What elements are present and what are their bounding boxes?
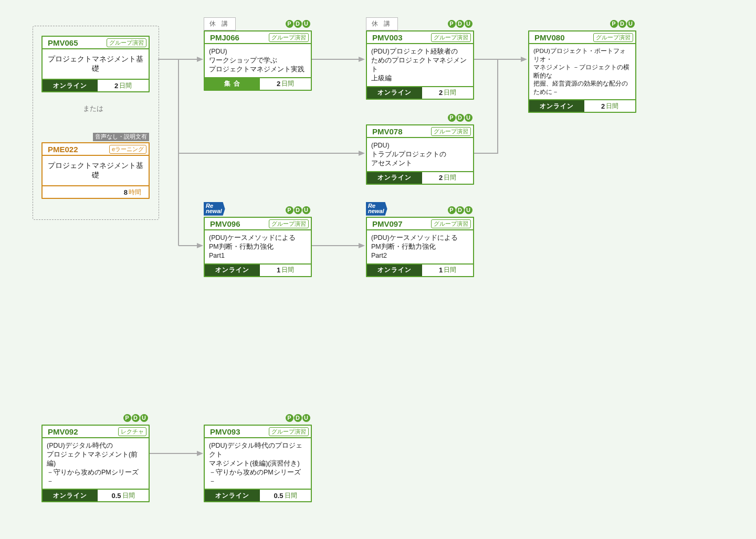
course-title: (PDU)ケースメソッドによる PM判断・行動力強化 Part1: [205, 230, 311, 263]
card-pmv092[interactable]: PMV092レクチャ (PDU)デジタル時代の プロジェクトマネジメント(前編)…: [41, 425, 150, 502]
delivery-mode: オンライン: [205, 490, 260, 501]
course-title: (PDU) トラブルプロジェクトの アセスメント: [367, 138, 473, 171]
delivery-mode: 集 合: [205, 78, 260, 90]
note-audio: 音声なし・説明文有: [93, 133, 149, 141]
pdu-badge: PDU: [285, 19, 310, 28]
course-type-tag: レクチャ: [118, 427, 146, 436]
course-type-tag: グループ演習: [593, 33, 633, 42]
course-code: PMV003: [372, 33, 409, 42]
pdu-badge: PDU: [285, 205, 310, 214]
badge-renewal: Renewal: [206, 204, 222, 214]
course-code: PMV092: [48, 427, 85, 436]
course-code: PME022: [48, 145, 85, 154]
course-type-tag: グループ演習: [107, 38, 146, 47]
duration: 2日間: [260, 78, 311, 90]
card-pmv078[interactable]: PMV078グループ演習 (PDU) トラブルプロジェクトの アセスメント オン…: [366, 124, 474, 185]
course-type-tag: グループ演習: [269, 33, 309, 42]
delivery-mode: オンライン: [205, 265, 260, 276]
course-title: (PDU) ワークショップで学ぶ プロジェクトマネジメント実践: [205, 44, 311, 77]
course-title: プロジェクトマネジメント基礎: [43, 49, 149, 79]
course-type-tag: グループ演習: [431, 127, 471, 136]
duration: 2日間: [422, 172, 473, 184]
course-type-tag: グループ演習: [431, 219, 471, 228]
course-title: (PDU)プロジェクト・ポートフォリオ・ マネジメント －プロジェクトの横断的な…: [529, 44, 635, 99]
duration: 1日間: [422, 265, 473, 276]
delivery-mode: オンライン: [367, 265, 422, 276]
pdu-badge: PDU: [447, 113, 472, 122]
course-code: PMJ066: [210, 33, 247, 42]
card-pmv065[interactable]: PMV065グループ演習 プロジェクトマネジメント基礎 オンライン2日間: [41, 36, 150, 92]
pdu-badge: PDU: [447, 19, 472, 28]
course-title: プロジェクトマネジメント基礎: [43, 156, 149, 185]
course-type-tag: eラーニング: [109, 145, 146, 154]
delivery-mode: オンライン: [43, 490, 98, 501]
course-code: PMV096: [210, 219, 247, 228]
delivery-mode: オンライン: [529, 100, 584, 112]
badge-cancelled: 休 講: [204, 17, 236, 30]
course-title: (PDU)プロジェクト経験者の ためのプロジェクトマネジメント 上級編: [367, 44, 473, 86]
card-pmv097[interactable]: PMV097グループ演習 (PDU)ケースメソッドによる PM判断・行動力強化 …: [366, 217, 474, 277]
course-type-tag: グループ演習: [269, 219, 309, 228]
course-code: PMV078: [372, 127, 409, 136]
badge-renewal: Renewal: [368, 204, 384, 214]
course-code: PMV080: [534, 33, 571, 42]
delivery-mode: オンライン: [367, 172, 422, 184]
duration: 2日間: [422, 87, 473, 99]
duration: 0.5日間: [260, 490, 311, 501]
course-title: (PDU)ケースメソッドによる PM判断・行動力強化 Part2: [367, 230, 473, 263]
course-title: (PDU)デジタル時代のプロジェクト マネジメント(後編)(演習付き) －守りか…: [205, 438, 311, 489]
card-pmv080[interactable]: PMV080グループ演習 (PDU)プロジェクト・ポートフォリオ・ マネジメント…: [528, 30, 636, 113]
pdu-badge: PDU: [123, 413, 148, 422]
duration: 2日間: [98, 80, 149, 91]
pdu-badge: PDU: [285, 413, 310, 422]
course-code: PMV093: [210, 427, 247, 436]
badge-cancelled: 休 講: [366, 17, 398, 30]
course-type-tag: グループ演習: [269, 427, 309, 436]
duration: 0.5日間: [98, 490, 149, 501]
duration: 2日間: [584, 100, 635, 112]
course-code: PMV065: [48, 38, 85, 47]
card-pmv003[interactable]: PMV003グループ演習 (PDU)プロジェクト経験者の ためのプロジェクトマネ…: [366, 30, 474, 100]
card-pmj066[interactable]: PMJ066グループ演習 (PDU) ワークショップで学ぶ プロジェクトマネジメ…: [204, 30, 312, 91]
course-title: (PDU)デジタル時代の プロジェクトマネジメント(前編) －守りから攻めのPM…: [43, 438, 149, 489]
course-type-tag: グループ演習: [431, 33, 471, 42]
delivery-mode: オンライン: [43, 80, 98, 91]
pdu-badge: PDU: [610, 19, 635, 28]
card-pmv096[interactable]: PMV096グループ演習 (PDU)ケースメソッドによる PM判断・行動力強化 …: [204, 217, 312, 277]
card-pme022[interactable]: PME022eラーニング プロジェクトマネジメント基礎 8時間: [41, 142, 150, 199]
duration: 8時間: [43, 186, 149, 198]
pdu-badge: PDU: [447, 205, 472, 214]
group-or-label: または: [83, 104, 103, 113]
duration: 1日間: [260, 265, 311, 276]
card-pmv093[interactable]: PMV093グループ演習 (PDU)デジタル時代のプロジェクト マネジメント(後…: [204, 425, 312, 502]
delivery-mode: オンライン: [367, 87, 422, 99]
course-code: PMV097: [372, 219, 409, 228]
